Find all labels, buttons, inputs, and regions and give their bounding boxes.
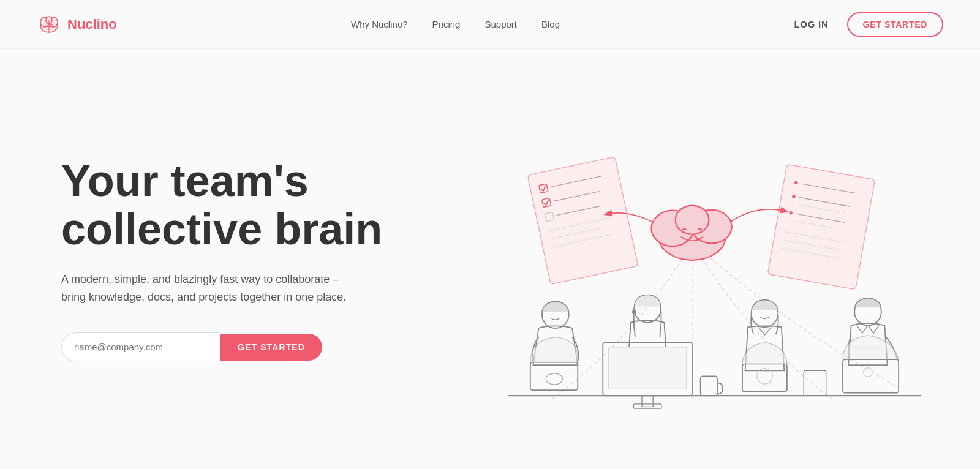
brain-icon <box>37 12 61 37</box>
hero-form: GET STARTED <box>61 332 417 361</box>
nav-link-pricing[interactable]: Pricing <box>432 19 461 29</box>
svg-rect-39 <box>608 347 687 389</box>
hero-content: Your team's collective brain A modern, s… <box>61 157 417 362</box>
svg-point-49 <box>864 368 873 377</box>
brand-name: Nuclino <box>67 17 117 32</box>
svg-rect-34 <box>530 362 578 391</box>
hero-section: Your team's collective brain A modern, s… <box>0 49 980 469</box>
svg-rect-40 <box>642 396 653 407</box>
hero-subtext: A modern, simple, and blazingly fast way… <box>61 271 355 306</box>
nav-link-why-nuclino[interactable]: Why Nuclino? <box>351 19 408 29</box>
nav-links: Why Nuclino? Pricing Support Blog <box>351 19 560 29</box>
svg-point-31 <box>676 206 709 234</box>
svg-rect-15 <box>767 164 875 290</box>
nav-link-support[interactable]: Support <box>484 19 517 29</box>
nav-link-blog[interactable]: Blog <box>541 19 560 29</box>
svg-point-35 <box>546 373 562 385</box>
hero-heading: Your team's collective brain <box>61 157 417 253</box>
svg-rect-42 <box>701 376 717 396</box>
hero-illustration-svg <box>441 69 943 449</box>
nav-get-started-button[interactable]: GET STARTED <box>847 12 943 37</box>
svg-rect-41 <box>633 404 662 408</box>
logo[interactable]: Nuclino <box>37 12 117 37</box>
email-input[interactable] <box>61 332 221 361</box>
hero-get-started-button[interactable]: GET STARTED <box>221 334 322 361</box>
navbar: Nuclino Why Nuclino? Pricing Support Blo… <box>0 0 980 49</box>
svg-rect-52 <box>804 370 826 396</box>
nav-right: LOG IN GET STARTED <box>794 12 943 37</box>
hero-illustration <box>441 69 943 449</box>
login-button[interactable]: LOG IN <box>794 19 828 29</box>
svg-rect-5 <box>527 157 638 285</box>
